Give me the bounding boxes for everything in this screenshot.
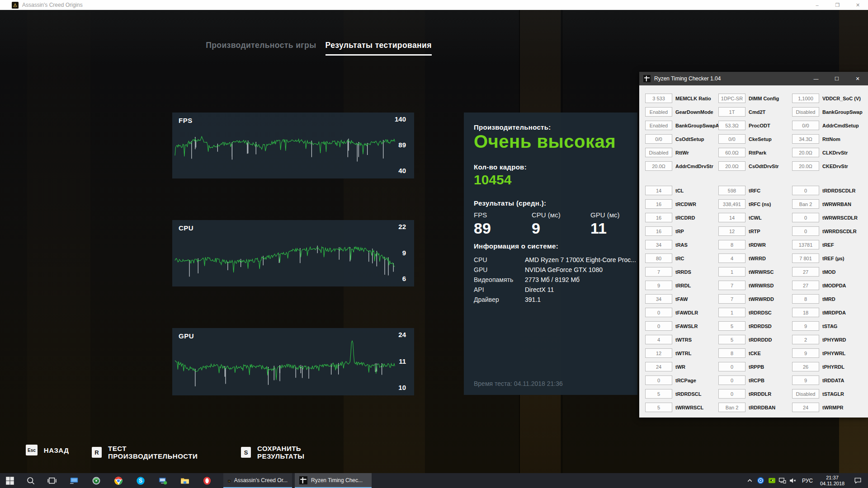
rtc-value-box[interactable]: 20.0Ω [792,148,819,157]
file-explorer-icon[interactable] [176,473,194,488]
language-indicator[interactable]: РУС [798,473,816,488]
tab-game-performance[interactable]: Производительность игры [206,41,316,56]
close-button[interactable]: ✕ [848,0,868,10]
footer-button-run-test[interactable]: RТЕСТ ПРОИЗВОДИТЕЛЬНОСТИ [92,445,198,460]
hidden-icons-chevron-icon[interactable] [744,473,755,488]
rtc-value-box[interactable]: 4 [718,253,745,263]
rtc-value-box[interactable]: 0/0 [718,134,745,144]
rtc-value-box[interactable]: 5 [645,403,672,412]
rtc-maximize-button[interactable]: ☐ [826,72,847,85]
rtc-value-box[interactable]: 0 [792,226,819,236]
rtc-value-box[interactable]: 5 [718,321,745,331]
rtc-value-box[interactable]: 80 [645,253,672,263]
rtc-value-box[interactable]: 1DPC-SR [718,94,745,103]
rtc-value-box[interactable]: 14 [718,213,745,222]
rtc-value-box[interactable]: 338,491 [718,199,745,209]
rtc-value-box[interactable]: Disabled [645,148,672,157]
action-center-icon[interactable] [851,473,864,488]
search-icon[interactable] [22,473,40,488]
rtc-value-box[interactable]: 598 [718,186,745,195]
rtc-value-box[interactable]: 24 [645,362,672,371]
rtc-value-box[interactable]: 1,1000 [792,94,819,103]
rtc-value-box[interactable]: 0 [645,375,672,385]
rtc-value-box[interactable]: 34.3Ω [792,134,819,144]
rtc-value-box[interactable]: 0 [792,213,819,222]
rtc-value-box[interactable]: 7 [645,267,672,277]
rtc-value-box[interactable]: 27 [792,267,819,277]
rtc-value-box[interactable]: Disabled [792,107,819,117]
daemon-tools-icon[interactable] [87,473,105,488]
footer-button-back[interactable]: EscНАЗАД [26,445,69,455]
taskbar-clock[interactable]: 21:3704.11.2018 [817,473,847,488]
rtc-value-box[interactable]: Enabled [645,107,672,117]
tab-test-results[interactable]: Результаты тестирования [326,41,432,56]
rtc-value-box[interactable]: 20.0Ω [792,161,819,171]
rtc-value-box[interactable]: 12 [645,348,672,358]
rtc-value-box[interactable]: 0 [718,375,745,385]
start-icon[interactable] [1,473,19,488]
rtc-value-box[interactable]: 20.0Ω [718,161,745,171]
rtc-value-box[interactable]: 24 [792,403,819,412]
rtc-value-box[interactable]: 3 533 [645,94,672,103]
rtc-value-box[interactable]: 0/0 [792,121,819,130]
rtc-value-box[interactable]: 9 [792,348,819,358]
skype-icon[interactable]: S [132,473,150,488]
rtc-value-box[interactable]: 1T [718,107,745,117]
rtc-value-box[interactable]: Ban 2 [792,199,819,209]
rtc-value-box[interactable]: 34 [645,240,672,249]
rtc-value-box[interactable]: 7 [718,294,745,304]
blue-ring-icon[interactable] [755,473,766,488]
rtc-value-box[interactable]: 20.0Ω [645,161,672,171]
rtc-value-box[interactable]: 7 [718,281,745,290]
rtc-value-box[interactable]: Disabled [792,389,819,399]
network-icon[interactable] [777,473,788,488]
rtc-value-box[interactable]: 5 [718,335,745,344]
rtc-value-box[interactable]: 16 [645,226,672,236]
rtc-value-box[interactable]: 9 [645,281,672,290]
rtc-value-box[interactable]: 5 [645,389,672,399]
rtc-value-box[interactable]: 13781 [792,240,819,249]
volume-muted-icon[interactable] [787,473,798,488]
chrome-icon[interactable] [109,473,127,488]
rtc-value-box[interactable]: 0 [645,321,672,331]
taskbar-app-ryzen-timing-checker[interactable]: Ryzen Timing Chec... [295,473,372,488]
rtc-value-box[interactable]: 7 801 [792,253,819,263]
rtc-value-box[interactable]: 1 [718,267,745,277]
rtc-titlebar[interactable]: Ryzen Timing Checker 1.04 — ☐ ✕ [639,72,868,85]
rtc-value-box[interactable]: 12 [718,226,745,236]
rtc-value-box[interactable]: 14 [645,186,672,195]
rtc-value-box[interactable]: Ban 2 [718,403,745,412]
rtc-value-box[interactable]: 34 [645,294,672,304]
rtc-value-box[interactable]: 18 [792,308,819,317]
rtc-value-box[interactable]: 16 [645,213,672,222]
rtc-value-box[interactable]: 9 [792,375,819,385]
rtc-value-box[interactable]: 0 [792,186,819,195]
rtc-value-box[interactable]: 0 [718,362,745,371]
rtc-value-box[interactable]: 8 [792,294,819,304]
rtc-value-box[interactable]: 27 [792,281,819,290]
rtc-value-box[interactable]: 8 [718,348,745,358]
rtc-value-box[interactable]: 16 [645,199,672,209]
rtc-value-box[interactable]: Enabled [645,121,672,130]
rtc-value-box[interactable]: 2 [792,335,819,344]
rtc-value-box[interactable]: 53.3Ω [718,121,745,130]
display-app-icon[interactable] [65,473,83,488]
rtc-value-box[interactable]: 8 [718,240,745,249]
rtc-value-box[interactable]: 26 [792,362,819,371]
task-view-icon[interactable] [43,473,61,488]
rtc-value-box[interactable]: 0 [718,389,745,399]
rtc-value-box[interactable]: 0/0 [645,134,672,144]
rtc-value-box[interactable]: 0 [645,308,672,317]
minimize-button[interactable]: – [807,0,827,10]
remote-pc-icon[interactable] [154,473,172,488]
taskbar-app-assassins-creed[interactable]: Assassin's Creed Or... [223,473,292,488]
footer-button-save-results[interactable]: SСОХРАНИТЬ РЕЗУЛЬТАТЫ [241,445,305,460]
rtc-close-button[interactable]: ✕ [847,72,868,85]
nvidia-icon[interactable] [766,473,777,488]
rtc-value-box[interactable]: 4 [645,335,672,344]
rtc-value-box[interactable]: 1 [718,308,745,317]
restore-button[interactable]: ❐ [827,0,848,10]
opera-icon[interactable] [198,473,216,488]
rtc-value-box[interactable]: 60.0Ω [718,148,745,157]
rtc-minimize-button[interactable]: — [806,72,826,85]
